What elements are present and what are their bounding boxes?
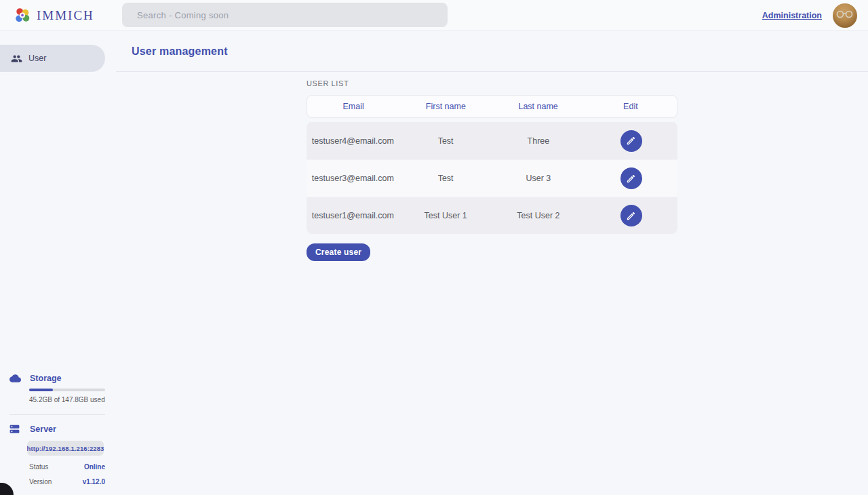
edit-user-button[interactable] bbox=[620, 130, 642, 152]
search-input[interactable] bbox=[122, 3, 448, 27]
server-version-row: Version v1.12.0 bbox=[29, 478, 105, 486]
cell-last-name: Test User 2 bbox=[492, 211, 585, 220]
sidebar-divider bbox=[9, 414, 105, 415]
immich-logo-icon bbox=[14, 7, 31, 24]
cell-email: testuser3@email.com bbox=[307, 174, 399, 183]
user-list-heading: USER LIST bbox=[307, 79, 868, 87]
cloud-icon bbox=[9, 374, 21, 382]
edit-user-button[interactable] bbox=[620, 167, 642, 189]
table-row: testuser4@email.com Test Three bbox=[307, 122, 677, 159]
version-value: v1.12.0 bbox=[83, 478, 105, 486]
storage-section: Storage 45.2GB of 147.8GB used bbox=[0, 374, 116, 403]
users-icon bbox=[11, 53, 22, 64]
brand-name: IMMICH bbox=[37, 8, 94, 23]
cell-last-name: User 3 bbox=[492, 174, 585, 183]
cell-first-name: Test User 1 bbox=[399, 211, 492, 220]
user-table: Email First name Last name Edit testuser… bbox=[307, 95, 677, 261]
glasses-icon bbox=[836, 10, 854, 18]
user-avatar[interactable] bbox=[833, 3, 857, 28]
sidebar-item-label: User bbox=[28, 54, 46, 63]
pencil-icon bbox=[626, 174, 636, 184]
page-title-bar: User management bbox=[116, 31, 868, 72]
administration-link[interactable]: Administration bbox=[762, 11, 822, 20]
cell-email: testuser1@email.com bbox=[307, 211, 399, 220]
version-label: Version bbox=[29, 478, 52, 486]
cell-first-name: Test bbox=[399, 136, 492, 146]
cell-last-name: Three bbox=[492, 136, 585, 146]
brand[interactable]: IMMICH bbox=[14, 7, 94, 24]
server-section: Server http://192.168.1.216:2283 Status … bbox=[0, 424, 116, 486]
cell-first-name: Test bbox=[399, 174, 492, 183]
table-row: testuser3@email.com Test User 3 bbox=[307, 159, 677, 197]
column-header-last-name: Last name bbox=[492, 102, 585, 111]
cell-email: testuser4@email.com bbox=[307, 136, 399, 146]
main-content: User management USER LIST Email First na… bbox=[116, 31, 868, 495]
sidebar: User Storage 45.2GB of 147.8GB used bbox=[0, 31, 116, 495]
server-title: Server bbox=[30, 424, 56, 434]
pencil-icon bbox=[626, 136, 636, 146]
edit-user-button[interactable] bbox=[620, 205, 642, 226]
server-url-badge: http://192.168.1.216:2283 bbox=[27, 441, 104, 456]
pencil-icon bbox=[626, 211, 636, 221]
storage-usage-label: 45.2GB of 147.8GB used bbox=[29, 396, 116, 403]
column-header-first-name: First name bbox=[399, 102, 492, 111]
table-row: testuser1@email.com Test User 1 Test Use… bbox=[307, 197, 677, 234]
create-user-button[interactable]: Create user bbox=[307, 243, 370, 261]
page-title: User management bbox=[132, 45, 228, 58]
sidebar-item-user[interactable]: User bbox=[0, 45, 105, 72]
status-value: Online bbox=[84, 463, 105, 471]
top-bar: IMMICH Administration bbox=[0, 0, 868, 31]
column-header-email: Email bbox=[307, 102, 399, 111]
server-icon bbox=[9, 424, 20, 434]
storage-progress-fill bbox=[29, 389, 53, 391]
storage-progress bbox=[29, 389, 105, 391]
column-header-edit: Edit bbox=[585, 102, 677, 111]
server-status-row: Status Online bbox=[29, 463, 105, 471]
storage-title: Storage bbox=[30, 374, 62, 383]
table-header-row: Email First name Last name Edit bbox=[307, 95, 677, 118]
status-label: Status bbox=[29, 463, 48, 471]
